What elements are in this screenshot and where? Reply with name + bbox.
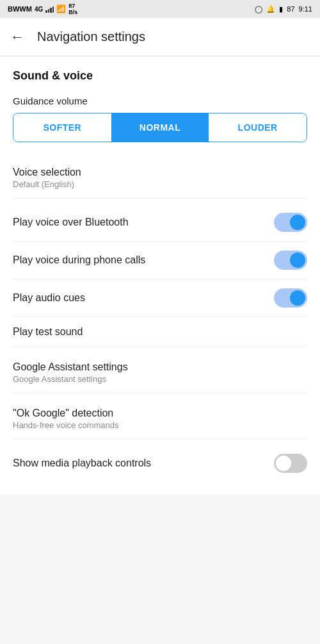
toggle-thumb (290, 252, 305, 268)
battery-icon: ▮ (279, 5, 283, 13)
status-bar: BWWM 4G 📶 87B/s ◯ 🔔 ▮ 87 9:11 (0, 0, 320, 18)
section-header-sound-voice: Sound & voice (13, 69, 307, 83)
volume-louder-button[interactable]: LOUDER (209, 113, 307, 142)
volume-normal-button[interactable]: NORMAL (111, 113, 209, 142)
play-voice-bluetooth-label: Play voice over Bluetooth (13, 217, 274, 228)
location-icon: ◯ (255, 5, 262, 13)
wifi-icon: 📶 (56, 4, 66, 13)
play-voice-bluetooth-item: Play voice over Bluetooth (13, 204, 307, 242)
ok-google-label: "Ok Google" detection (13, 408, 307, 419)
toggle-thumb (290, 290, 305, 306)
voice-selection-sublabel: Default (English) (13, 179, 307, 189)
ok-google-item[interactable]: "Ok Google" detection Hands-free voice c… (13, 399, 307, 440)
google-assistant-sublabel: Google Assistant settings (13, 374, 307, 384)
voice-selection-label: Voice selection (13, 167, 307, 178)
toggle-thumb (276, 456, 291, 471)
play-voice-bluetooth-toggle[interactable] (274, 213, 307, 232)
play-audio-cues-label: Play audio cues (13, 292, 274, 304)
content-area: Sound & voice Guidance volume SOFTER NOR… (0, 56, 320, 495)
signal-icon (45, 5, 54, 13)
carrier-label: BWWM (8, 5, 32, 13)
upload-speed: 87B/s (68, 3, 77, 15)
play-audio-cues-toggle[interactable] (274, 288, 307, 308)
show-media-playback-label: Show media playback controls (13, 458, 274, 469)
time-display: 9:11 (299, 5, 312, 13)
guidance-volume-label: Guidance volume (13, 95, 307, 106)
top-nav: ← Navigation settings (0, 18, 320, 56)
show-media-playback-toggle[interactable] (274, 454, 307, 473)
google-assistant-label: Google Assistant settings (13, 361, 307, 373)
show-media-playback-item: Show media playback controls (13, 445, 307, 482)
network-type: 4G (35, 6, 43, 13)
status-bar-left: BWWM 4G 📶 87B/s (8, 3, 77, 15)
play-audio-cues-item: Play audio cues (13, 279, 307, 317)
play-voice-calls-label: Play voice during phone calls (13, 254, 274, 266)
play-voice-calls-toggle[interactable] (274, 251, 307, 270)
battery-level: 87 (287, 5, 294, 13)
google-assistant-item[interactable]: Google Assistant settings Google Assista… (13, 352, 307, 393)
voice-selection-item[interactable]: Voice selection Default (English) (13, 158, 307, 199)
page-title: Navigation settings (37, 29, 145, 44)
play-voice-calls-item: Play voice during phone calls (13, 242, 307, 279)
volume-softer-button[interactable]: SOFTER (13, 113, 111, 142)
ok-google-sublabel: Hands-free voice commands (13, 420, 307, 430)
status-bar-right: ◯ 🔔 ▮ 87 9:11 (255, 5, 312, 13)
volume-selector: SOFTER NORMAL LOUDER (13, 113, 307, 142)
notification-icon: 🔔 (266, 5, 275, 13)
play-test-sound-label: Play test sound (13, 326, 307, 338)
back-button[interactable]: ← (10, 30, 24, 44)
toggle-thumb (290, 215, 305, 230)
play-test-sound-item[interactable]: Play test sound (13, 317, 307, 347)
